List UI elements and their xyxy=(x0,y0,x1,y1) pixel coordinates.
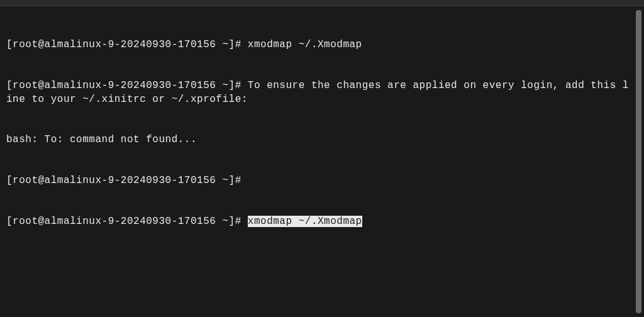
terminal[interactable]: [root@almalinux-9-20240930-170156 ~]# xm… xyxy=(0,6,636,317)
scrollbar-thumb[interactable] xyxy=(636,10,641,313)
terminal-line: [root@almalinux-9-20240930-170156 ~]# xyxy=(6,174,632,188)
terminal-wrapper: [root@almalinux-9-20240930-170156 ~]# xm… xyxy=(0,6,644,317)
terminal-line: [root@almalinux-9-20240930-170156 ~]# To… xyxy=(6,79,632,106)
window-titlebar xyxy=(0,0,644,6)
shell-prompt: [root@almalinux-9-20240930-170156 ~]# xyxy=(6,216,248,227)
scrollbar-vertical[interactable] xyxy=(636,10,641,313)
command-text-selected[interactable]: xmodmap ~/.Xmodmap xyxy=(248,216,362,227)
terminal-output: bash: To: command not found... xyxy=(6,133,632,147)
terminal-line: [root@almalinux-9-20240930-170156 ~]# xm… xyxy=(6,215,632,229)
terminal-line: [root@almalinux-9-20240930-170156 ~]# xm… xyxy=(6,38,632,52)
shell-prompt: [root@almalinux-9-20240930-170156 ~]# xyxy=(6,39,248,50)
shell-prompt: [root@almalinux-9-20240930-170156 ~]# xyxy=(6,175,248,186)
shell-prompt: [root@almalinux-9-20240930-170156 ~]# xyxy=(6,80,248,91)
command-text: xmodmap ~/.Xmodmap xyxy=(248,39,362,50)
